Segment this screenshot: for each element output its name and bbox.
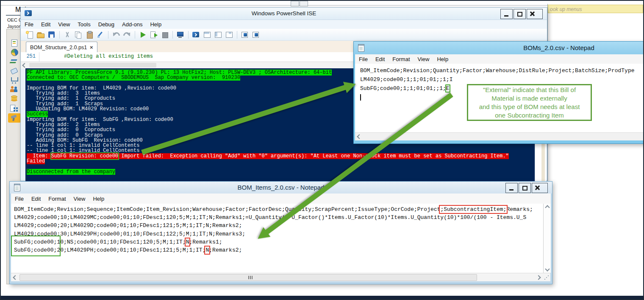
boms-menubar: FileEditFormatViewHelp: [355, 54, 644, 64]
redo-icon[interactable]: [123, 31, 131, 39]
items-menu-format[interactable]: Format: [44, 195, 69, 203]
text-caret: [360, 94, 361, 101]
background-label-user: Jayson: [7, 24, 21, 29]
items-menu-file[interactable]: File: [11, 195, 28, 203]
background-window-control[interactable]: [291, 1, 299, 6]
subfg-highlight-box: [11, 236, 61, 256]
text-line: "External" indicate that this Bill of: [468, 86, 591, 94]
scroll-left-icon[interactable]: [13, 275, 17, 280]
run-icon[interactable]: [139, 31, 147, 39]
separator: [188, 31, 189, 39]
report-icon[interactable]: [8, 39, 21, 47]
items-titlebar: BOM_Items_2.0.csv - Notepad: [10, 182, 552, 193]
notepad-icon: [14, 184, 20, 191]
powershell-console-icon[interactable]: [192, 31, 200, 39]
text-line: Disconnected from the company: [27, 169, 535, 174]
tab-label: BOM_Structure_2.0.ps1: [30, 45, 87, 50]
undo-icon[interactable]: [112, 31, 120, 39]
cut-icon[interactable]: [63, 31, 72, 39]
items-menu-help[interactable]: Help: [89, 195, 108, 203]
separator: [135, 31, 135, 39]
open-icon[interactable]: [36, 31, 45, 39]
users-icon[interactable]: [8, 85, 21, 94]
maximize-button[interactable]: [519, 183, 531, 193]
coins-icon[interactable]: [8, 95, 21, 103]
text-line: one Subcontracting Item: [468, 111, 591, 120]
boms-menu-view[interactable]: View: [414, 55, 433, 63]
minimize-button[interactable]: [505, 183, 518, 193]
ise-menu-add-ons[interactable]: Add-ons: [118, 20, 146, 28]
ise-toolbar: [21, 29, 547, 41]
items-vertical-scrollbar[interactable]: [543, 204, 551, 273]
layout-editor-icon[interactable]: [225, 31, 233, 39]
layout-split-icon[interactable]: [214, 31, 222, 39]
tab-bom-structure-script[interactable]: BOM_Structure_2.0.ps1 ×: [26, 42, 97, 53]
scanner-icon[interactable]: [8, 113, 21, 123]
minimize-button[interactable]: [500, 9, 513, 19]
scroll-left-icon[interactable]: [22, 63, 27, 67]
editor-comment-line: #Deleting all existing items: [39, 52, 153, 62]
text-line: [27, 164, 535, 169]
paste-icon[interactable]: [85, 31, 94, 39]
scrollbar-thumb[interactable]: [19, 274, 477, 281]
new-remote-tab-icon[interactable]: [252, 31, 260, 39]
boms-menu-help[interactable]: Help: [433, 55, 452, 63]
scrollbar-thumb[interactable]: [29, 63, 156, 67]
scrollbar-grip: [248, 276, 249, 279]
notepad-bom-items-window: BOM_Items_2.0.csv - Notepad FileEditForm…: [9, 181, 552, 284]
powershell-app-icon: [25, 10, 32, 16]
ise-menu-help[interactable]: Help: [146, 20, 165, 28]
new-powershell-tab-icon[interactable]: [241, 31, 249, 39]
separator: [59, 31, 60, 39]
ise-menu-edit[interactable]: Edit: [37, 20, 54, 28]
clear-icon[interactable]: [96, 31, 105, 39]
items-text-area[interactable]: BOM_ItemCode;Revision;Sequence;ItemCode;…: [11, 204, 543, 273]
remote-powershell-icon[interactable]: [176, 31, 185, 39]
items-menu-edit[interactable]: Edit: [28, 195, 44, 203]
scroll-down-icon[interactable]: [545, 266, 550, 271]
save-icon[interactable]: [47, 31, 56, 39]
background-window-control[interactable]: [300, 1, 308, 6]
scroll-up-icon[interactable]: [545, 205, 550, 210]
stop-icon[interactable]: [161, 31, 169, 39]
ise-titlebar: Windows PowerShell ISE: [21, 8, 547, 20]
ise-menu-file[interactable]: File: [21, 20, 37, 28]
items-menu-view[interactable]: View: [70, 195, 89, 203]
items-window-title: BOM_Items_2.0.csv - Notepad: [10, 182, 552, 193]
cart-icon[interactable]: [8, 76, 21, 84]
text-line: Item: SubFG Revision: code00 Import fail…: [27, 154, 535, 159]
copy-icon[interactable]: [74, 31, 83, 39]
items-menubar: FileEditFormatViewHelp: [11, 193, 551, 204]
exchange-icon[interactable]: [8, 57, 21, 66]
boms-menu-file[interactable]: File: [355, 55, 372, 63]
text-line: LM4029;code00;30;LM4029PH;code00;01;10;F…: [14, 230, 543, 238]
new-script-icon[interactable]: [25, 31, 34, 39]
scroll-right-icon[interactable]: [536, 275, 541, 280]
close-button[interactable]: [532, 183, 548, 193]
ise-menu-debug[interactable]: Debug: [94, 20, 118, 28]
text-line: BOM_ItemCode;Revision;Quantity;Factor;Wa…: [360, 66, 644, 75]
ise-menu-tools[interactable]: Tools: [74, 20, 94, 28]
maximize-button[interactable]: [514, 9, 526, 19]
boms-menu-format[interactable]: Format: [389, 55, 414, 63]
scroll-left-icon[interactable]: [357, 134, 361, 139]
tags-icon[interactable]: [8, 67, 21, 75]
external-bom-annotation: "External" indicate that this Bill ofMat…: [467, 84, 592, 121]
resize-grip-icon[interactable]: [544, 275, 549, 280]
pie-chart-icon[interactable]: [8, 48, 21, 56]
items-horizontal-scrollbar[interactable]: [11, 273, 550, 281]
layout-top-icon[interactable]: [203, 31, 211, 39]
ise-menu-view[interactable]: View: [54, 20, 74, 28]
close-button[interactable]: [527, 9, 543, 19]
notepad-icon: [358, 44, 364, 52]
text-line: SubFG;code00;10;NS;code00;01;10;FDesc1;1…: [14, 238, 543, 246]
text-line: Failed: [27, 159, 535, 164]
text-line: Material is made externally: [468, 94, 591, 103]
text-line: LM4029;code00;1;1;01;01;;1;I: [360, 75, 644, 84]
lookup-menus-input[interactable]: ook up menus: [548, 5, 643, 13]
boms-menu-edit[interactable]: Edit: [372, 55, 389, 63]
run-selection-icon[interactable]: [150, 31, 158, 39]
tab-close-icon[interactable]: ×: [90, 44, 93, 50]
background-label-company: OEC C: [7, 17, 22, 22]
modules-icon[interactable]: [8, 104, 21, 112]
